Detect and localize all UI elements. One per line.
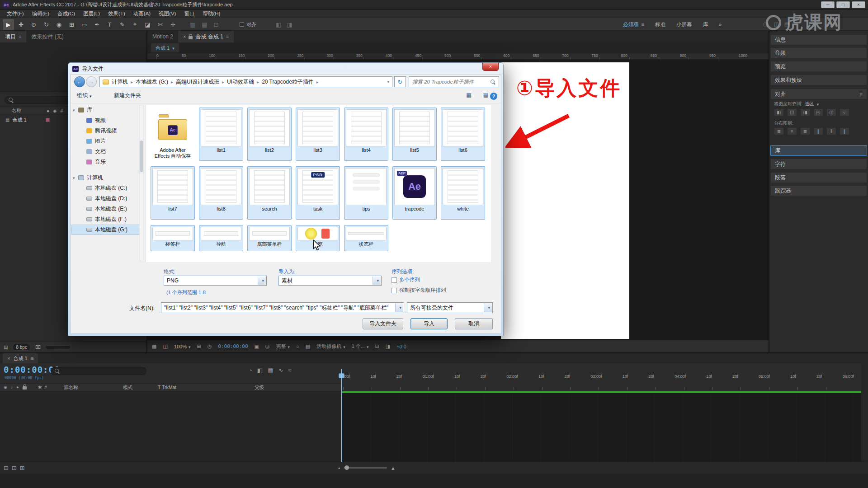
panel-effects-presets[interactable]: 效果和预设 bbox=[770, 75, 867, 85]
pan-behind-tool-icon[interactable]: ⊞ bbox=[66, 19, 77, 30]
eye-icon[interactable]: ◉ bbox=[4, 385, 7, 389]
graph-editor-icon[interactable]: ∿ bbox=[278, 367, 283, 374]
cancel-button[interactable]: 取消 bbox=[455, 318, 493, 329]
zoom-tool-icon[interactable]: ⊙ bbox=[28, 19, 39, 30]
align-right-icon[interactable]: ◨ bbox=[800, 108, 810, 116]
live-update-icon[interactable]: ◔ bbox=[249, 367, 252, 374]
timeline-expand-icon[interactable]: ⊡ bbox=[12, 465, 17, 471]
eraser-tool-icon[interactable]: ◪ bbox=[142, 19, 153, 30]
import-folder-button[interactable]: 导入文件夹 bbox=[363, 318, 403, 329]
timeline-expand-icon[interactable]: ⊞ bbox=[20, 465, 25, 471]
name-column-header[interactable]: 名称 bbox=[12, 108, 21, 114]
import-as-select[interactable]: 素材 bbox=[278, 276, 382, 286]
panel-menu-icon[interactable] bbox=[19, 33, 21, 40]
menu-item[interactable]: 帮助(H) bbox=[198, 10, 224, 18]
workspace-tab-active[interactable]: 必须项 bbox=[623, 21, 644, 28]
timeline-expand-icon[interactable]: ⊟ bbox=[4, 465, 9, 471]
tree-item[interactable]: 本地磁盘 (E:) bbox=[71, 204, 144, 214]
distribute-left-icon[interactable]: ∥ bbox=[813, 127, 823, 135]
menu-item[interactable]: 视图(V) bbox=[155, 10, 180, 18]
panel-library[interactable]: 库 bbox=[770, 145, 867, 156]
close-tab-icon[interactable]: × bbox=[183, 34, 186, 39]
column-parent[interactable]: 父级 bbox=[255, 385, 264, 391]
refresh-button[interactable]: ↻ bbox=[394, 76, 406, 87]
restore-button[interactable]: □ bbox=[836, 1, 850, 8]
multiple-sequences-checkbox[interactable] bbox=[392, 277, 397, 283]
menu-item[interactable]: 文件(F) bbox=[3, 10, 28, 18]
back-button[interactable]: ← bbox=[74, 76, 85, 87]
file-item[interactable]: list6 bbox=[441, 108, 485, 161]
transparency-grid-icon[interactable]: ▤ bbox=[306, 343, 310, 349]
file-item[interactable]: tips bbox=[344, 166, 388, 220]
file-item[interactable]: white bbox=[441, 166, 485, 220]
camera-tool-icon[interactable]: ◉ bbox=[53, 19, 65, 30]
distribute-top-icon[interactable]: ≣ bbox=[774, 127, 784, 135]
menu-item[interactable]: 窗口 bbox=[180, 10, 198, 18]
tab-composition[interactable]: × 合成 合成 1 bbox=[178, 31, 234, 42]
solo-icon[interactable]: ● bbox=[16, 385, 19, 389]
minimize-button[interactable]: ─ bbox=[821, 1, 835, 8]
panel-paragraph[interactable]: 段落 bbox=[770, 172, 867, 183]
align-bottom-icon[interactable]: ◱ bbox=[840, 108, 849, 116]
type-tool-icon[interactable]: T bbox=[104, 19, 115, 30]
file-item[interactable]: list2 bbox=[247, 108, 292, 161]
align-top-icon[interactable]: ◰ bbox=[813, 108, 823, 116]
tree-item[interactable]: 本地磁盘 (G:) bbox=[71, 225, 144, 235]
menu-item[interactable]: 合成(C) bbox=[53, 10, 79, 18]
file-item[interactable]: search bbox=[247, 166, 292, 220]
breadcrumb-item[interactable]: 20 Trapcode粒子插件 bbox=[262, 78, 321, 86]
composition-canvas[interactable] bbox=[501, 62, 629, 339]
resolution-control[interactable]: 完整 bbox=[276, 343, 290, 350]
zoom-in-icon[interactable]: ▲ bbox=[391, 465, 396, 471]
multiple-sequences-option[interactable]: 多个序列 bbox=[392, 277, 420, 283]
list-view-icon[interactable]: ▤ bbox=[483, 92, 488, 98]
trash-icon[interactable]: ⌧ bbox=[35, 345, 41, 350]
workspace-tab[interactable]: 库 bbox=[703, 21, 708, 28]
zoom-slider-knob[interactable] bbox=[344, 465, 349, 470]
zoom-slider[interactable] bbox=[344, 467, 387, 469]
menu-item[interactable]: 编辑(E) bbox=[28, 10, 53, 18]
panel-info[interactable]: 信息 bbox=[770, 34, 867, 45]
distribute-right-icon[interactable]: ∥ bbox=[840, 127, 849, 135]
snapshot-icon[interactable]: ▣ bbox=[255, 343, 259, 349]
snapping-control[interactable]: 对齐 bbox=[240, 18, 256, 31]
panel-menu-icon[interactable] bbox=[226, 33, 229, 40]
zoom-out-icon[interactable]: ▴ bbox=[338, 466, 340, 470]
time-ruler[interactable]: :00f10f20f01:00f10f20f02:00f10f20f03:00f… bbox=[341, 363, 861, 391]
puppet-pin-tool-icon[interactable]: ✛ bbox=[167, 19, 179, 30]
workspace-menu-icon[interactable] bbox=[642, 22, 644, 27]
lock-icon[interactable] bbox=[23, 386, 27, 389]
distribute-v-center-icon[interactable]: ≡ bbox=[787, 127, 797, 135]
breadcrumb-dropdown-icon[interactable] bbox=[387, 80, 389, 84]
filename-input[interactable]: "list1" "list2" "list3" "list4" "list5" … bbox=[161, 302, 404, 313]
breadcrumb-item[interactable]: 高端UI设计速成班 bbox=[176, 78, 227, 86]
panel-menu-icon[interactable] bbox=[31, 356, 33, 361]
pixel-aspect-icon[interactable]: ⊡ bbox=[375, 343, 379, 349]
file-item[interactable]: list5 bbox=[392, 108, 437, 161]
column-source-name[interactable]: 源名称 bbox=[64, 385, 78, 391]
file-type-filter-select[interactable]: 所有可接受的文件 bbox=[407, 302, 493, 313]
panel-character[interactable]: 字符 bbox=[770, 159, 867, 169]
roto-brush-tool-icon[interactable]: ✄ bbox=[155, 19, 166, 30]
snapping-checkbox[interactable] bbox=[240, 22, 244, 27]
audio-icon[interactable]: ♪ bbox=[11, 385, 13, 389]
tree-item[interactable]: 本地磁盘 (D:) bbox=[71, 193, 144, 204]
rotation-tool-icon[interactable]: ↻ bbox=[41, 19, 52, 30]
menu-item[interactable]: 图层(L) bbox=[79, 10, 104, 18]
file-item[interactable]: list3 bbox=[296, 108, 340, 161]
tab-project[interactable]: 项目 bbox=[0, 31, 26, 42]
exposure-control[interactable]: +0.0 bbox=[396, 344, 406, 349]
tree-item[interactable]: 文档 bbox=[71, 146, 144, 157]
file-item[interactable]: trapcode bbox=[392, 166, 437, 220]
close-button[interactable]: × bbox=[852, 1, 865, 8]
breadcrumb-item[interactable]: 计算机 bbox=[112, 78, 136, 86]
file-item[interactable]: list8 bbox=[199, 166, 243, 220]
panel-preview[interactable]: 预览 bbox=[770, 61, 867, 72]
choose-grid-icon[interactable]: ⊞ bbox=[197, 343, 201, 349]
new-folder-button[interactable]: 新建文件夹 bbox=[114, 92, 141, 99]
tree-item[interactable]: 计算机 bbox=[71, 173, 144, 183]
workspace-tab[interactable]: 小屏幕 bbox=[676, 21, 692, 28]
tree-item[interactable]: 本地磁盘 (F:) bbox=[71, 214, 144, 225]
distribute-bottom-icon[interactable]: ≣ bbox=[800, 127, 810, 135]
force-alphabetical-checkbox[interactable] bbox=[392, 288, 397, 293]
